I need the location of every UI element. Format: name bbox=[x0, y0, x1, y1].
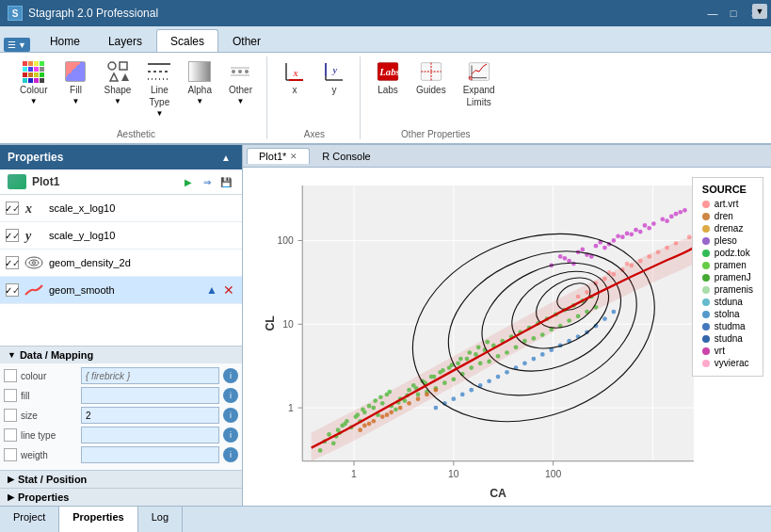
plot-run-btn[interactable]: ▶ bbox=[180, 173, 197, 190]
layer-name-geom-density: geom_density_2d bbox=[49, 257, 236, 268]
quick-access-icon[interactable]: ☰ bbox=[8, 40, 16, 50]
layer-item-scale-y[interactable]: ✓ y scale_y_log10 bbox=[0, 222, 242, 250]
linetype-arrow: ▼ bbox=[155, 109, 163, 118]
layer-item-geom-smooth[interactable]: ✓ geom_smooth ▲ ✕ bbox=[0, 277, 242, 304]
tab-plot1-close[interactable]: ✕ bbox=[290, 152, 297, 161]
data-mapping-header[interactable]: ▼ Data / Mapping bbox=[0, 347, 242, 363]
legend-item-7: pramenis bbox=[702, 284, 753, 295]
svg-point-127 bbox=[612, 238, 617, 243]
bottom-tab-properties[interactable]: Properties bbox=[59, 507, 137, 532]
svg-point-152 bbox=[643, 223, 648, 228]
svg-point-134 bbox=[638, 230, 643, 234]
ribbon-x-btn[interactable]: x x bbox=[277, 56, 313, 99]
legend-label-12: vrt bbox=[715, 346, 725, 356]
ribbon-y-btn[interactable]: y y bbox=[316, 56, 352, 99]
tab-other[interactable]: Other bbox=[218, 29, 275, 52]
svg-point-128 bbox=[629, 232, 634, 236]
x-axis-icon: x bbox=[283, 60, 306, 83]
svg-point-126 bbox=[594, 244, 599, 249]
svg-text:x: x bbox=[24, 202, 32, 216]
layer-delete-btn[interactable]: ✕ bbox=[221, 282, 236, 298]
svg-point-138 bbox=[580, 248, 585, 252]
data-mapping-title: Data / Mapping bbox=[20, 349, 93, 361]
ribbon-alpha-btn[interactable]: Alpha ▼ bbox=[181, 56, 218, 109]
svg-point-5 bbox=[238, 70, 242, 73]
title-bar: S Stagraph 2.0 Professional — □ ✕ bbox=[0, 0, 771, 26]
svg-point-172 bbox=[505, 370, 509, 375]
minimize-button[interactable]: — bbox=[703, 5, 722, 22]
plot-scroll-arrow[interactable]: ▼ bbox=[752, 4, 767, 19]
legend-label-3: pleso bbox=[715, 235, 737, 246]
layer-item-geom-density[interactable]: ✓ geom_density_2d bbox=[0, 250, 242, 277]
prop-info-colour[interactable]: i bbox=[223, 368, 238, 383]
layer-icon-scale-x: x bbox=[23, 199, 45, 218]
layer-checkbox-scale-y[interactable]: ✓ bbox=[6, 229, 19, 242]
prop-checkbox-weigth[interactable] bbox=[4, 448, 17, 461]
legend-item-9: stolna bbox=[702, 309, 753, 319]
legend-dot-12 bbox=[702, 347, 710, 355]
prop-checkbox-colour[interactable] bbox=[4, 369, 17, 382]
layer-up-btn[interactable]: ▲ bbox=[204, 282, 219, 298]
prop-value-linetype[interactable] bbox=[81, 427, 219, 443]
legend-label-11: studna bbox=[715, 333, 743, 344]
layer-checkbox-geom-smooth[interactable]: ✓ bbox=[6, 283, 19, 297]
tab-rconsole[interactable]: R Console bbox=[310, 148, 382, 164]
properties-subsection-header[interactable]: ▶ Properties bbox=[0, 489, 242, 506]
ribbon-aesthetic-items: Colour ▼ Fill ▼ bbox=[13, 56, 259, 125]
layer-checkbox-scale-x[interactable]: ✓ bbox=[6, 202, 19, 215]
prop-label-colour: colour bbox=[21, 371, 77, 381]
ribbon-colour-btn[interactable]: Colour ▼ bbox=[13, 56, 54, 109]
ribbon-axes-items: x x y y bbox=[277, 56, 352, 125]
fill-arrow: ▼ bbox=[72, 97, 80, 105]
prop-checkbox-linetype[interactable] bbox=[4, 428, 17, 442]
bottom-tab-log[interactable]: Log bbox=[138, 507, 183, 532]
ribbon-expand-btn[interactable]: Expand Limits bbox=[457, 56, 502, 111]
tab-home[interactable]: Home bbox=[36, 29, 94, 52]
prop-info-fill[interactable]: i bbox=[223, 388, 238, 403]
layer-checkbox-geom-density[interactable]: ✓ bbox=[6, 256, 19, 269]
legend-item-2: drenaz bbox=[702, 223, 753, 234]
other-props-group-label: Other Properties bbox=[401, 125, 470, 139]
ribbon-labs-btn[interactable]: Labs Labs bbox=[370, 56, 406, 99]
prop-info-linetype[interactable]: i bbox=[223, 427, 238, 443]
prop-info-size[interactable]: i bbox=[223, 408, 238, 423]
svg-point-6 bbox=[245, 70, 249, 73]
tab-layers[interactable]: Layers bbox=[94, 29, 156, 52]
prop-value-colour[interactable]: { firebrick } bbox=[81, 367, 219, 384]
ribbon-other-btn[interactable]: Other ▼ bbox=[222, 56, 259, 109]
svg-rect-1 bbox=[120, 62, 127, 70]
svg-point-124 bbox=[558, 254, 563, 259]
panel-collapse-btn[interactable]: ▲ bbox=[217, 149, 234, 166]
ribbon-fill-btn[interactable]: Fill ▼ bbox=[57, 56, 93, 109]
ribbon-guides-btn[interactable]: Guides bbox=[410, 56, 453, 99]
svg-point-144 bbox=[678, 210, 683, 215]
maximize-button[interactable]: □ bbox=[724, 5, 743, 22]
ribbon-linetype-btn[interactable]: Line Type ▼ bbox=[141, 56, 177, 121]
legend-dot-10 bbox=[702, 323, 710, 330]
svg-text:100: 100 bbox=[277, 235, 294, 246]
tab-plot1[interactable]: Plot1* ✕ bbox=[247, 148, 310, 164]
plot-title-row: Plot1 ▶ ⇒ 💾 bbox=[0, 169, 242, 195]
prop-value-weigth[interactable] bbox=[81, 446, 219, 463]
prop-checkbox-size[interactable] bbox=[4, 409, 17, 422]
svg-text:y: y bbox=[24, 229, 32, 243]
plot-copy-btn[interactable]: ⇒ bbox=[199, 173, 216, 190]
plot-save-btn[interactable]: 💾 bbox=[217, 173, 234, 190]
bottom-tab-project[interactable]: Project bbox=[0, 507, 59, 532]
svg-point-169 bbox=[451, 396, 456, 401]
ribbon-shape-btn[interactable]: Shape ▼ bbox=[97, 56, 137, 109]
linetype-icon bbox=[148, 60, 170, 83]
prop-value-fill[interactable] bbox=[81, 387, 219, 404]
bottom-tabs: Project Properties Log bbox=[0, 506, 771, 532]
properties-title: Properties bbox=[18, 492, 69, 503]
stat-position-header[interactable]: ▶ Stat / Position bbox=[0, 471, 242, 488]
fill-icon bbox=[64, 60, 87, 83]
svg-point-30 bbox=[25, 257, 42, 268]
data-mapping-section: ▼ Data / Mapping colour { firebrick } i … bbox=[0, 346, 242, 470]
prop-value-size[interactable]: 2 bbox=[81, 407, 219, 424]
tab-scales[interactable]: Scales bbox=[156, 29, 218, 52]
prop-checkbox-fill[interactable] bbox=[4, 389, 17, 402]
layer-name-scale-y: scale_y_log10 bbox=[49, 230, 236, 241]
layer-item-scale-x[interactable]: ✓ x scale_x_log10 bbox=[0, 195, 242, 222]
prop-info-weigth[interactable]: i bbox=[223, 447, 238, 462]
